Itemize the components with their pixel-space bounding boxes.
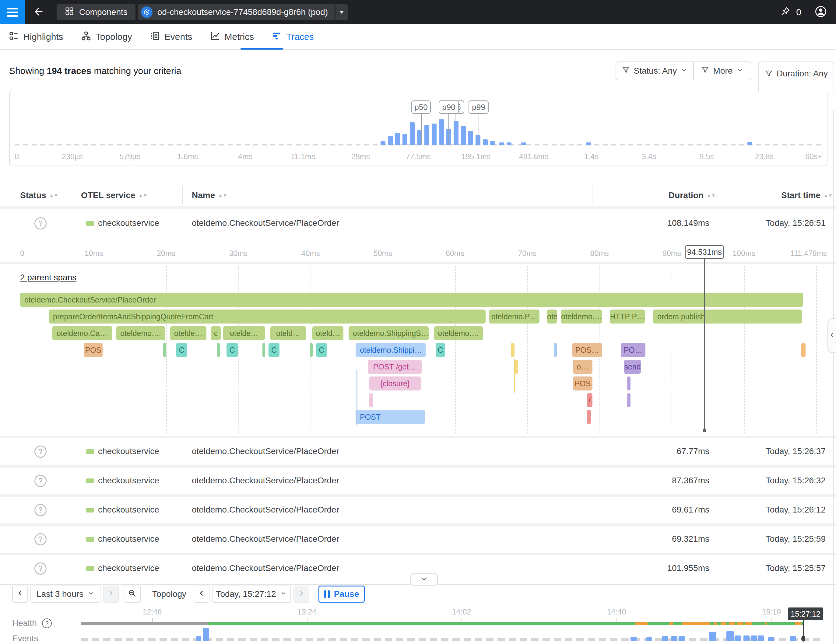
span-bar[interactable]: oteld…: [312, 326, 343, 340]
expand-more-rows-button[interactable]: [410, 573, 438, 585]
span-bar[interactable]: otelde…: [223, 326, 265, 340]
pause-button[interactable]: Pause: [318, 585, 365, 603]
span-bar[interactable]: POST /get…: [368, 360, 422, 374]
sort-icon[interactable]: ▲▼: [218, 194, 227, 197]
tab-metrics[interactable]: Metrics: [210, 24, 254, 50]
event-bar[interactable]: [679, 636, 685, 641]
span-bar[interactable]: /: [587, 393, 593, 407]
event-bar[interactable]: [768, 637, 774, 641]
span-bar[interactable]: oteldemo.ShippingS…: [349, 326, 429, 340]
span-bar[interactable]: [511, 343, 514, 357]
sort-icon[interactable]: ▲▼: [138, 194, 147, 197]
event-bar[interactable]: [751, 636, 757, 641]
span-bar[interactable]: oteldemo.…: [561, 310, 602, 323]
span-bar[interactable]: oteldemo.…: [116, 326, 165, 340]
more-filter-button[interactable]: More: [694, 62, 751, 80]
sort-icon[interactable]: ▲▼: [49, 194, 59, 197]
span-bar[interactable]: [627, 377, 630, 390]
span-bar[interactable]: [163, 343, 166, 357]
span-bar[interactable]: C: [268, 343, 279, 357]
table-row[interactable]: ?checkoutserviceoteldemo.CheckoutService…: [0, 497, 836, 523]
span-bar[interactable]: [369, 393, 373, 407]
waterfall-cursor-handle[interactable]: [703, 429, 706, 432]
event-bar[interactable]: [727, 631, 734, 641]
tab-topology[interactable]: Topology: [81, 24, 132, 50]
span-bar[interactable]: oteldemo.CheckoutService/PlaceOrder: [20, 293, 803, 307]
event-bar[interactable]: [647, 637, 652, 641]
span-bar[interactable]: oteldemo.Ca…: [52, 326, 112, 340]
event-bar[interactable]: [630, 637, 637, 641]
duration-filter-button[interactable]: Duration: Any: [758, 62, 834, 92]
event-bar[interactable]: [790, 636, 796, 641]
pod-selector-caret-button[interactable]: [335, 4, 348, 20]
span-bar[interactable]: [801, 343, 805, 357]
time-back-button[interactable]: [194, 585, 209, 603]
event-bar[interactable]: [735, 636, 741, 641]
pod-selector[interactable]: od-checkoutservice-77458d689d-g8r6h (pod…: [138, 4, 335, 20]
time-forward-button[interactable]: [294, 585, 309, 603]
range-back-button[interactable]: [12, 585, 28, 603]
span-bar[interactable]: oteldemo.Shippi…: [356, 343, 426, 357]
event-bar[interactable]: [758, 636, 764, 641]
tab-highlights[interactable]: Highlights: [8, 24, 63, 50]
span-bar[interactable]: PO…: [621, 343, 645, 357]
back-button[interactable]: [25, 0, 52, 24]
span-bar[interactable]: ote: [547, 310, 557, 323]
span-bar[interactable]: send: [624, 360, 641, 374]
column-header-duration[interactable]: Duration▲▼: [669, 191, 716, 200]
span-bar[interactable]: POS…: [572, 343, 602, 357]
span-bar[interactable]: {closure}: [369, 377, 421, 390]
span-bar[interactable]: [587, 410, 591, 424]
span-bar[interactable]: POST: [356, 410, 425, 424]
span-bar[interactable]: POS: [84, 343, 103, 357]
status-filter-button[interactable]: Status: Any: [616, 62, 693, 80]
timeline-cursor-handle[interactable]: [801, 636, 805, 642]
span-bar[interactable]: oteldemo.P…: [489, 310, 539, 323]
span-bar[interactable]: POS: [573, 377, 593, 390]
parent-spans-link[interactable]: 2 parent spans: [20, 273, 77, 282]
waterfall-cursor-label[interactable]: 94.531ms: [685, 245, 724, 259]
account-button[interactable]: [809, 0, 832, 24]
column-header-otel-service[interactable]: OTEL service▲▼: [81, 191, 147, 200]
sort-icon[interactable]: ▲▼: [823, 194, 833, 197]
span-bar[interactable]: otelde…: [170, 326, 206, 340]
waterfall-cursor-line[interactable]: [704, 259, 705, 430]
timeline-cursor-line[interactable]: [803, 620, 804, 637]
column-header-start-time[interactable]: Start time▲▼: [781, 191, 833, 200]
span-bar[interactable]: C: [176, 343, 187, 357]
span-bar[interactable]: [263, 343, 265, 357]
table-row[interactable]: ?checkoutserviceoteldemo.CheckoutService…: [0, 209, 836, 237]
health-help-icon[interactable]: ?: [42, 618, 52, 628]
table-row[interactable]: ?checkoutserviceoteldemo.CheckoutService…: [0, 468, 836, 494]
span-bar[interactable]: [554, 343, 557, 357]
table-row[interactable]: ?checkoutserviceoteldemo.CheckoutService…: [0, 526, 836, 553]
event-bar[interactable]: [203, 628, 209, 641]
span-bar[interactable]: HTTP P…: [610, 310, 645, 323]
span-bar[interactable]: C: [436, 343, 445, 357]
hamburger-menu-button[interactable]: [0, 0, 25, 24]
span-bar[interactable]: oteldemo.…: [434, 326, 483, 340]
scroll-rail[interactable]: [833, 109, 834, 644]
column-header-name[interactable]: Name▲▼: [192, 191, 227, 200]
pin-button[interactable]: [777, 0, 794, 24]
span-bar[interactable]: oteld…: [270, 326, 306, 340]
collapse-panel-tab[interactable]: [828, 318, 836, 353]
span-bar[interactable]: [217, 343, 220, 357]
span-bar[interactable]: [627, 393, 630, 407]
tab-traces[interactable]: Traces: [271, 24, 314, 50]
tab-events[interactable]: Events: [150, 24, 193, 50]
components-button[interactable]: Components: [57, 4, 136, 20]
timestamp-dropdown[interactable]: Today, 15:27:12: [212, 585, 291, 603]
event-bar[interactable]: [743, 636, 749, 641]
zoom-out-button[interactable]: [124, 585, 140, 603]
span-bar[interactable]: orders publish: [653, 310, 802, 323]
event-bar[interactable]: [662, 636, 668, 641]
span-bar[interactable]: [514, 360, 518, 374]
span-bar[interactable]: [310, 343, 313, 357]
span-bar[interactable]: c: [211, 326, 221, 340]
span-bar[interactable]: C: [227, 343, 238, 357]
span-bar[interactable]: o…: [573, 360, 593, 374]
range-forward-button[interactable]: [103, 585, 119, 603]
column-header-status[interactable]: Status▲▼: [20, 191, 58, 200]
table-row[interactable]: ?checkoutserviceoteldemo.CheckoutService…: [0, 438, 836, 465]
